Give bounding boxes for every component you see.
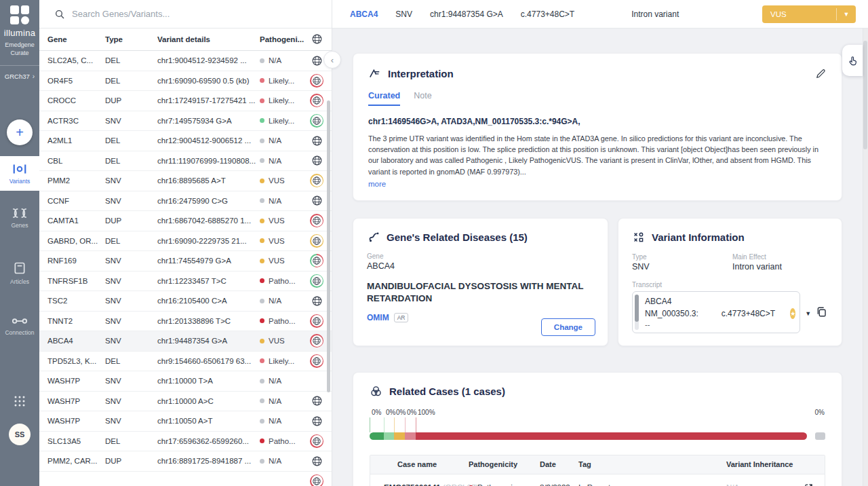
table-row[interactable]: TSC2 SNV chr16:2105400 C>A N/A	[39, 291, 332, 312]
window-scrollbar-thumb[interactable]	[863, 41, 867, 149]
table-row[interactable]: TNNT2 SNV chr1:201338896 T>C Patho...	[39, 312, 332, 332]
table-row[interactable]: CROCC DUP chr1:17249157-17275421 ... Lik…	[39, 91, 332, 111]
omim-link[interactable]: OMIM	[367, 313, 389, 322]
table-row[interactable]: ACTR3C SNV chr7:149575934 G>A Likely...	[39, 111, 332, 132]
globe-icon[interactable]	[311, 415, 323, 427]
table-row[interactable]: ABCA4 SNV chr1:94487354 G>A VUS	[39, 331, 332, 352]
globe-icon[interactable]	[311, 55, 323, 67]
open-case-icon[interactable]	[804, 483, 825, 486]
search-input[interactable]	[72, 9, 275, 19]
collapse-panel-button[interactable]: ‹	[323, 51, 341, 69]
pathogenicity-cell: N/A	[260, 197, 309, 205]
table-row[interactable]: SLC13A5 DEL chr17:6596362-6599260... Pat…	[39, 432, 332, 452]
chevron-down-icon[interactable]: ▼	[805, 310, 811, 317]
table-row[interactable]: PMM2, CAR... DUP chr16:8891725-8941887 .…	[39, 451, 332, 472]
variant-details-cell: chr1:12233457 T>C	[157, 277, 260, 285]
pathogenicity-dot	[260, 78, 264, 83]
globe-icon[interactable]	[310, 174, 323, 187]
list-scrollbar-thumb[interactable]	[327, 100, 330, 392]
gene-cell: TNNT2	[47, 317, 105, 325]
table-row[interactable]: OR4F5 DEL chr1:69090-69590 0.5 (kb) Like…	[39, 71, 332, 92]
pathogenicity-label: N/A	[269, 136, 281, 145]
pathogenicity-distribution: 0%0%0%0%100% 0%	[370, 409, 825, 440]
main-effect-label: Main Effect	[732, 253, 782, 261]
table-row[interactable]: CCNF SNV chr16:2475990 C>G N/A	[39, 191, 332, 212]
gene-cell: A2ML1	[47, 136, 105, 145]
globe-column-header-icon[interactable]	[311, 33, 323, 46]
transcript-scrollbar[interactable]	[635, 295, 639, 330]
classification-dropdown-button[interactable]: VUS ▼	[762, 5, 856, 23]
side-panel-tab[interactable]	[842, 45, 863, 76]
gene-cell: TNFRSF1B	[47, 277, 105, 285]
globe-icon[interactable]	[311, 195, 323, 206]
chevron-down-icon[interactable]: ▼	[837, 11, 856, 18]
table-row[interactable]: WASH7P SNV chr1:10050 A>T N/A	[39, 411, 332, 432]
add-button[interactable]: +	[7, 119, 33, 145]
globe-icon[interactable]	[311, 455, 323, 467]
pathogenicity-label: VUS	[269, 257, 285, 265]
table-row[interactable]: CBL DEL chr11:119076999-1190808... N/A	[39, 151, 332, 172]
sidebar-item-articles[interactable]: Articles	[0, 254, 39, 291]
globe-icon[interactable]	[311, 155, 323, 166]
globe-icon[interactable]	[311, 295, 323, 307]
transcript-selector[interactable]: ABCA4 NM_000350.3: c.4773+48C>T ★ ▼ --	[632, 291, 800, 333]
apps-grid-icon[interactable]	[14, 395, 26, 410]
distribution-segment	[394, 432, 405, 440]
window-scrollbar-track[interactable]	[863, 29, 868, 486]
case-tag: In Report	[578, 483, 726, 486]
table-row[interactable]: GABRD, OR... DEL chr1:69090-2229735 21..…	[39, 231, 332, 252]
table-row[interactable]: SLC2A5, C... DEL chr1:9004512-9234592 ..…	[39, 51, 332, 71]
sidebar-item-genes[interactable]: Genes	[0, 200, 39, 235]
globe-icon[interactable]	[310, 334, 323, 348]
more-link[interactable]: more	[368, 180, 386, 188]
sidebar-item-label: Variants	[9, 178, 31, 185]
table-row[interactable]: PMM2 SNV chr16:8895685 A>T VUS	[39, 171, 332, 191]
globe-icon[interactable]	[310, 314, 323, 328]
change-disease-button[interactable]: Change	[541, 318, 595, 336]
pathogenicity-cell: VUS	[260, 237, 309, 245]
globe-icon[interactable]	[310, 254, 323, 267]
globe-icon[interactable]	[310, 354, 323, 368]
table-row[interactable]: TNFRSF1B SNV chr1:12233457 T>C Patho...	[39, 272, 332, 292]
table-row[interactable]: WASH7P SNV chr1:10000 A>C N/A	[39, 392, 332, 412]
globe-icon[interactable]	[310, 474, 323, 486]
table-row[interactable]: RNF169 SNV chr11:74554979 G>A VUS	[39, 251, 332, 272]
table-row[interactable]: CAMTA1 DUP chr1:6867042-6885270 1... VUS	[39, 211, 332, 231]
globe-icon[interactable]	[310, 94, 323, 107]
globe-icon[interactable]	[310, 234, 323, 248]
avatar[interactable]: SS	[9, 424, 31, 445]
column-header-type[interactable]: Type	[105, 35, 157, 43]
distribution-tick-label: 0%	[407, 409, 416, 416]
sidebar-item-variants[interactable]: Variants	[0, 156, 39, 191]
type-cell: DUP	[105, 96, 157, 105]
globe-icon[interactable]	[310, 114, 323, 128]
pathogenicity-cell: N/A	[260, 136, 309, 145]
globe-icon[interactable]	[310, 214, 323, 227]
edit-button[interactable]	[815, 68, 827, 79]
pathogenicity-dot	[260, 259, 264, 263]
type-cell: SNV	[105, 117, 157, 125]
globe-icon[interactable]	[310, 74, 323, 88]
copy-icon[interactable]	[815, 305, 828, 318]
topbar-gene-link[interactable]: ABCA4	[350, 10, 378, 19]
sidebar-item-connection[interactable]: Connection	[0, 309, 39, 342]
globe-icon[interactable]	[311, 135, 323, 147]
globe-icon[interactable]	[311, 395, 323, 407]
column-header-details[interactable]: Variant details	[157, 35, 260, 43]
table-row[interactable]: WASH7P SNV chr1:10000 T>A N/A	[39, 371, 332, 392]
globe-icon[interactable]	[310, 434, 323, 448]
column-header-pathogenicity[interactable]: Pathogeni...	[260, 35, 309, 43]
pathogenicity-dot	[260, 398, 264, 403]
globe-icon[interactable]	[310, 274, 323, 288]
column-header-gene[interactable]: Gene	[47, 35, 105, 43]
table-row[interactable]	[39, 472, 332, 486]
genome-build-selector[interactable]: GRCh37 ›	[5, 73, 35, 80]
table-row[interactable]: TPD52L3, K... DEL chr9:154660-6506179 63…	[39, 352, 332, 372]
case-name[interactable]: EMG675060141	[384, 483, 441, 486]
tab-note[interactable]: Note	[414, 91, 431, 106]
interpretation-tabs: Curated Note	[368, 91, 827, 106]
tab-curated[interactable]: Curated	[368, 91, 400, 106]
case-row[interactable]: EMG675060141 (GRCh37) Pathogenic 8/2/202…	[370, 474, 825, 486]
table-row[interactable]: A2ML1 DEL chr12:9004512-9006512 ... N/A	[39, 131, 332, 151]
distribution-tick	[405, 417, 406, 432]
